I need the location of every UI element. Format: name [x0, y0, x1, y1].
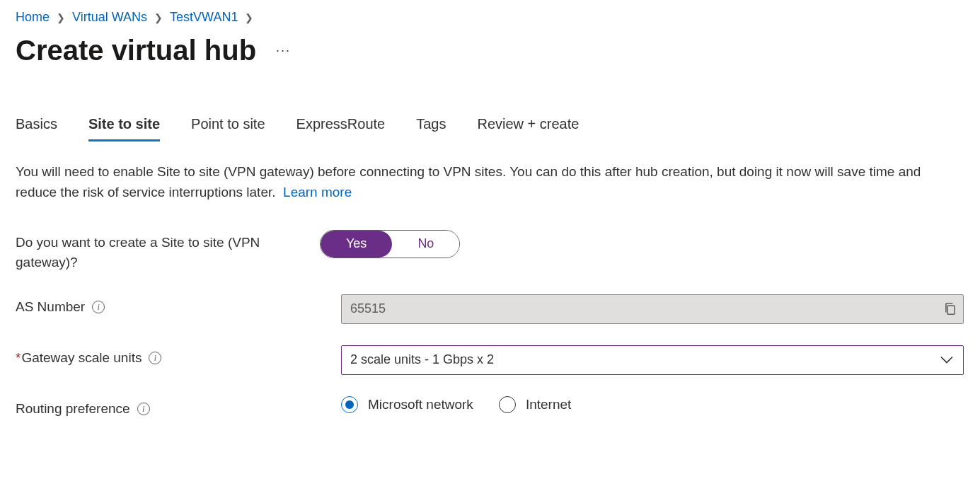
chevron-right-icon: ❯: [154, 12, 163, 23]
copy-icon[interactable]: [944, 302, 957, 316]
gateway-scale-select[interactable]: 2 scale units - 1 Gbps x 2: [341, 345, 964, 375]
create-gateway-no[interactable]: No: [392, 231, 459, 258]
required-marker: *: [16, 350, 21, 365]
routing-pref-label: Routing preference: [16, 399, 130, 420]
routing-pref-microsoft[interactable]: Microsoft network: [341, 396, 473, 413]
radio-selected-icon: [341, 396, 358, 413]
tab-tags[interactable]: Tags: [416, 116, 446, 141]
tab-point-to-site[interactable]: Point to site: [191, 116, 265, 141]
routing-pref-internet-label: Internet: [526, 397, 571, 412]
radio-unselected-icon: [499, 396, 516, 413]
as-number-input: [341, 294, 964, 324]
gateway-scale-value: 2 scale units - 1 Gbps x 2: [350, 352, 494, 367]
info-icon[interactable]: i: [137, 403, 150, 415]
gateway-scale-label: Gateway scale units: [21, 350, 142, 365]
as-number-label: AS Number: [16, 297, 85, 318]
page-title: Create virtual hub: [16, 35, 256, 67]
routing-pref-microsoft-label: Microsoft network: [368, 397, 473, 412]
breadcrumb: Home ❯ Virtual WANs ❯ TestVWAN1 ❯: [16, 10, 964, 25]
create-gateway-label: Do you want to create a Site to site (VP…: [16, 233, 320, 273]
more-actions-button[interactable]: ···: [276, 43, 291, 58]
svg-rect-0: [947, 306, 955, 314]
tab-expressroute[interactable]: ExpressRoute: [296, 116, 386, 141]
info-icon[interactable]: i: [149, 352, 161, 364]
tabs: Basics Site to site Point to site Expres…: [16, 116, 964, 141]
info-text-body: You will need to enable Site to site (VP…: [16, 164, 921, 200]
chevron-right-icon: ❯: [245, 12, 253, 23]
info-text: You will need to enable Site to site (VP…: [16, 161, 950, 203]
chevron-right-icon: ❯: [57, 12, 65, 23]
tab-review-create[interactable]: Review + create: [477, 116, 579, 141]
create-gateway-yes[interactable]: Yes: [321, 231, 392, 258]
breadcrumb-home[interactable]: Home: [16, 10, 50, 25]
create-gateway-toggle[interactable]: Yes No: [320, 230, 460, 258]
routing-pref-group: Microsoft network Internet: [341, 396, 964, 413]
tab-site-to-site[interactable]: Site to site: [88, 116, 160, 141]
chevron-down-icon: [940, 354, 954, 366]
routing-pref-internet[interactable]: Internet: [499, 396, 571, 413]
breadcrumb-testvwan1[interactable]: TestVWAN1: [170, 10, 238, 25]
learn-more-link[interactable]: Learn more: [283, 185, 352, 200]
breadcrumb-virtual-wans[interactable]: Virtual WANs: [72, 10, 147, 25]
tab-basics[interactable]: Basics: [16, 116, 57, 141]
info-icon[interactable]: i: [92, 301, 105, 313]
